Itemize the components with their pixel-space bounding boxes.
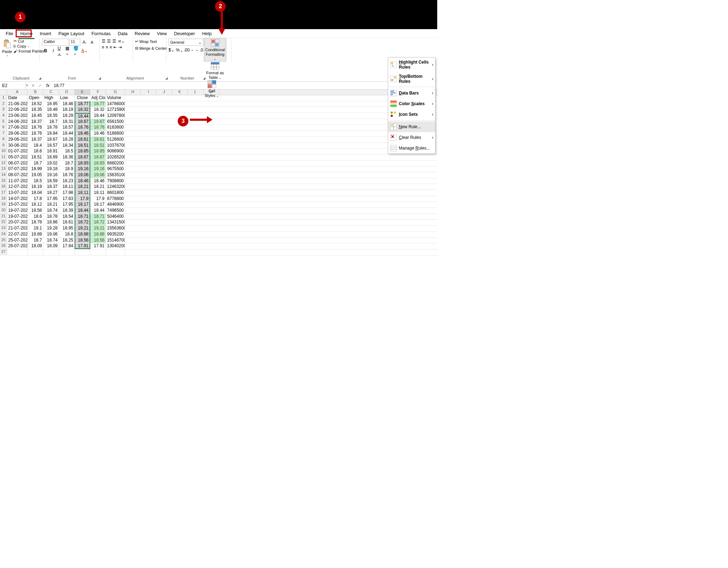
- header-date[interactable]: Date: [7, 95, 28, 101]
- cell[interactable]: 21-07-2022: [7, 226, 28, 231]
- cell[interactable]: 18.11: [59, 184, 75, 190]
- cell[interactable]: 19.16: [43, 172, 59, 178]
- align-bottom-icon[interactable]: ☰: [112, 39, 116, 44]
- cell[interactable]: 18.39: [59, 208, 75, 213]
- cell-adjclose[interactable]: 18.93: [90, 161, 106, 166]
- alignment-dialog-launcher[interactable]: ◢: [165, 76, 168, 80]
- cell-close[interactable]: 18.61: [75, 137, 90, 142]
- cell[interactable]: 18.6: [28, 148, 43, 154]
- cell[interactable]: 18.4: [28, 143, 43, 148]
- row-header[interactable]: 10: [0, 148, 7, 154]
- row-header[interactable]: 5: [0, 119, 7, 125]
- cell[interactable]: 22-06-2022: [7, 107, 28, 113]
- cell-adjclose[interactable]: 18.51: [90, 143, 106, 148]
- row-header[interactable]: 17: [0, 190, 7, 196]
- cell-close[interactable]: 18.46: [75, 131, 90, 136]
- header-low[interactable]: Low: [59, 95, 75, 101]
- cell[interactable]: 17.98: [59, 190, 75, 196]
- fx-icon[interactable]: fx: [45, 83, 51, 88]
- cell[interactable]: 01-07-2022: [7, 148, 28, 154]
- row-header[interactable]: 23: [0, 226, 7, 231]
- italic-button[interactable]: I: [50, 47, 57, 54]
- row-header[interactable]: 20: [0, 208, 7, 213]
- cell[interactable]: 18.55: [43, 113, 59, 119]
- cell[interactable]: 18.58: [28, 208, 43, 213]
- select-all-corner[interactable]: [0, 90, 7, 95]
- decrease-decimal-icon[interactable]: ←.0: [195, 48, 203, 53]
- cell[interactable]: 17.8: [28, 196, 43, 202]
- cell-adjclose[interactable]: 18.46: [90, 131, 106, 136]
- cell[interactable]: 12463200: [106, 184, 125, 190]
- cell-close[interactable]: 19.21: [75, 226, 90, 231]
- row-header[interactable]: 24: [0, 232, 7, 237]
- tab-file[interactable]: File: [2, 30, 17, 37]
- cell-adjclose[interactable]: 19.06: [90, 172, 106, 178]
- header-adjclose[interactable]: Adj Close: [90, 95, 106, 101]
- cell[interactable]: 9935200: [106, 232, 125, 237]
- cell-close[interactable]: 17.9: [75, 196, 90, 202]
- row-header[interactable]: 22: [0, 220, 7, 225]
- cell[interactable]: 13-07-2022: [7, 190, 28, 196]
- cell[interactable]: 19.05: [28, 172, 43, 178]
- cell[interactable]: 08-07-2022: [7, 172, 28, 178]
- cell-adjclose[interactable]: 18.67: [90, 155, 106, 160]
- cell-adjclose[interactable]: 18.71: [90, 214, 106, 220]
- row-header[interactable]: 2: [0, 101, 7, 107]
- menu-highlight-cells-rules[interactable]: ≤ Highlight Cells Rules ›: [388, 58, 435, 72]
- cell[interactable]: 18.74: [43, 208, 59, 213]
- row-header[interactable]: 13: [0, 166, 7, 172]
- cell-adjclose[interactable]: 18.88: [90, 232, 106, 237]
- cancel-formula-icon[interactable]: ✕: [31, 83, 35, 88]
- font-dialog-launcher[interactable]: ◢: [98, 76, 101, 80]
- menu-clear-rules[interactable]: Clear Rules ›: [388, 132, 435, 143]
- menu-new-rule[interactable]: New Rule...: [388, 121, 435, 132]
- row-header[interactable]: 1: [0, 95, 7, 101]
- cell[interactable]: 15-07-2022: [7, 202, 28, 207]
- row-header[interactable]: 18: [0, 196, 7, 202]
- cell-close[interactable]: 18.85: [75, 148, 90, 154]
- cell[interactable]: 15563600: [106, 226, 125, 231]
- cell[interactable]: 18.78: [28, 220, 43, 225]
- cell[interactable]: 8860200: [106, 161, 125, 166]
- cell-close[interactable]: 18.77: [75, 101, 90, 107]
- cell[interactable]: 8601800: [106, 190, 125, 196]
- cell-adjclose[interactable]: 18.56: [90, 238, 106, 243]
- cell[interactable]: 12-07-2022: [7, 184, 28, 190]
- cell[interactable]: 18.5: [28, 178, 43, 184]
- menu-icon-sets[interactable]: Icon Sets ›: [388, 109, 435, 120]
- cell[interactable]: 15146700: [106, 238, 125, 243]
- tab-review[interactable]: Review: [131, 30, 154, 37]
- cell-adjclose[interactable]: 18.44: [90, 208, 106, 213]
- row-header[interactable]: 14: [0, 172, 7, 178]
- cell[interactable]: 6561500: [106, 119, 125, 125]
- cell[interactable]: 18.99: [28, 166, 43, 172]
- cell[interactable]: 5126600: [106, 137, 125, 142]
- cell[interactable]: 5168800: [106, 131, 125, 136]
- bold-button[interactable]: B: [42, 47, 49, 54]
- percent-format-icon[interactable]: %: [176, 48, 180, 53]
- cell-adjclose[interactable]: 17.9: [90, 196, 106, 202]
- col-header-J[interactable]: J: [156, 90, 172, 95]
- cell-close[interactable]: 18.51: [75, 143, 90, 148]
- col-header-A[interactable]: A: [7, 90, 28, 95]
- cell-close[interactable]: 18.21: [75, 184, 90, 190]
- cell[interactable]: 18.44: [59, 131, 75, 136]
- row-header[interactable]: 12: [0, 161, 7, 166]
- cell[interactable]: 13431500: [106, 220, 125, 225]
- wrap-text-button[interactable]: ↩Wrap Text: [135, 39, 164, 44]
- increase-font-icon[interactable]: A↑: [81, 39, 88, 46]
- cell[interactable]: 18.86: [43, 220, 59, 225]
- cell[interactable]: 18.78: [43, 214, 59, 220]
- cell-adjclose[interactable]: 19.21: [90, 226, 106, 231]
- cell[interactable]: 24-06-2022: [7, 119, 28, 125]
- confirm-formula-icon[interactable]: ✓: [38, 83, 42, 88]
- cell[interactable]: 18.27: [43, 190, 59, 196]
- number-dialog-launcher[interactable]: ◢: [203, 76, 205, 80]
- increase-decimal-icon[interactable]: .00→: [184, 48, 194, 53]
- cell-adjclose[interactable]: 18.67: [90, 119, 106, 125]
- cell[interactable]: 23-06-2022: [7, 113, 28, 119]
- cell[interactable]: 4846900: [106, 202, 125, 207]
- comma-format-icon[interactable]: ,: [181, 48, 182, 53]
- format-as-table-button[interactable]: Format as Table: [204, 61, 226, 80]
- cell-close[interactable]: 18.88: [75, 232, 90, 237]
